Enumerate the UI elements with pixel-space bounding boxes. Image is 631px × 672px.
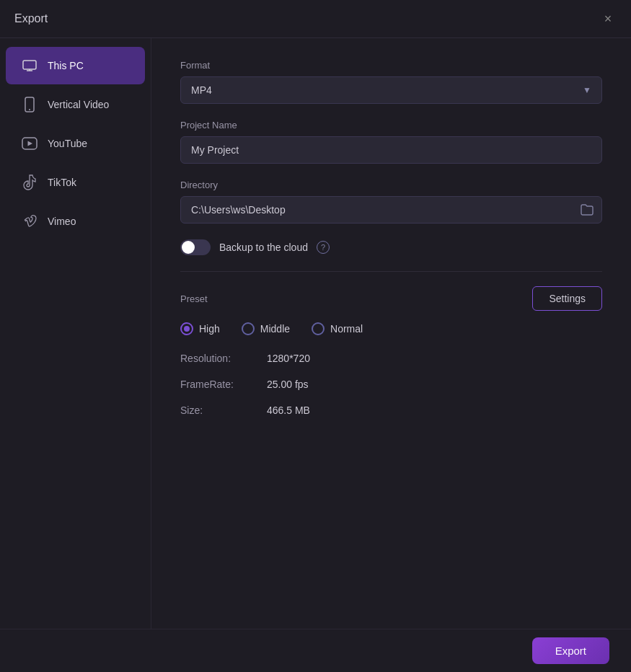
sidebar-item-vertical-video-label: Vertical Video [48, 99, 109, 110]
bottom-bar: Export [0, 629, 631, 672]
format-label: Format [180, 60, 602, 71]
svg-marker-6 [28, 141, 33, 146]
preset-header: Preset Settings [180, 286, 602, 311]
backup-label: Backup to the cloud [219, 242, 308, 253]
framerate-key: FrameRate: [180, 379, 267, 390]
radio-circle-middle [242, 322, 255, 335]
youtube-icon [20, 134, 39, 153]
backup-toggle-row: Backup to the cloud ? [180, 239, 602, 255]
main-layout: This PC Vertical Video [0, 38, 631, 629]
preset-radio-middle[interactable]: Middle [242, 322, 290, 335]
preset-label: Preset [180, 293, 208, 304]
project-name-section: Project Name [180, 120, 602, 164]
project-name-input[interactable] [180, 136, 602, 164]
export-window: Export × This PC [0, 0, 631, 672]
size-key: Size: [180, 404, 267, 416]
size-value: 466.5 MB [267, 404, 310, 416]
svg-rect-0 [23, 61, 36, 69]
phone-icon [20, 95, 39, 114]
format-dropdown[interactable]: MP4 ▼ [180, 76, 602, 104]
preset-radio-normal[interactable]: Normal [312, 322, 363, 335]
chevron-down-icon: ▼ [583, 85, 591, 95]
title-bar: Export × [0, 0, 631, 38]
directory-section: Directory [180, 180, 602, 224]
sidebar: This PC Vertical Video [0, 38, 151, 629]
toggle-knob [182, 241, 195, 254]
framerate-value: 25.00 fps [267, 379, 309, 390]
settings-button[interactable]: Settings [532, 286, 602, 311]
radio-inner-high [184, 326, 190, 332]
backup-toggle[interactable] [180, 239, 211, 255]
sidebar-item-youtube[interactable]: YouTube [6, 125, 145, 162]
pc-icon [20, 56, 39, 75]
resolution-key: Resolution: [180, 353, 267, 364]
preset-radio-high[interactable]: High [180, 322, 220, 335]
tiktok-icon [20, 173, 39, 192]
preset-middle-label: Middle [260, 323, 290, 335]
project-name-label: Project Name [180, 120, 602, 131]
help-icon[interactable]: ? [317, 241, 330, 254]
sidebar-item-vimeo-label: Vimeo [48, 216, 76, 227]
sidebar-item-vertical-video[interactable]: Vertical Video [6, 86, 145, 123]
content-area: Format MP4 ▼ Project Name Directory [151, 38, 631, 629]
vimeo-icon [20, 212, 39, 231]
divider [180, 271, 602, 272]
sidebar-item-tiktok[interactable]: TikTok [6, 164, 145, 201]
directory-input-wrapper [180, 196, 602, 224]
format-section: Format MP4 ▼ [180, 60, 602, 104]
size-row: Size: 466.5 MB [180, 404, 602, 416]
sidebar-item-youtube-label: YouTube [48, 138, 87, 149]
resolution-row: Resolution: 1280*720 [180, 353, 602, 364]
backup-section: Backup to the cloud ? [180, 239, 602, 255]
format-value: MP4 [191, 84, 212, 96]
directory-label: Directory [180, 180, 602, 190]
directory-input[interactable] [180, 196, 602, 224]
sidebar-item-vimeo[interactable]: Vimeo [6, 203, 145, 240]
framerate-row: FrameRate: 25.00 fps [180, 379, 602, 390]
radio-circle-normal [312, 322, 325, 335]
export-button[interactable]: Export [532, 637, 609, 664]
preset-radio-group: High Middle Normal [180, 322, 602, 335]
svg-point-4 [29, 109, 30, 110]
preset-high-label: High [199, 323, 220, 335]
folder-icon[interactable] [581, 204, 594, 216]
sidebar-item-this-pc-label: This PC [48, 60, 84, 71]
close-button[interactable]: × [599, 10, 617, 27]
sidebar-item-tiktok-label: TikTok [48, 177, 76, 188]
sidebar-item-this-pc[interactable]: This PC [6, 47, 145, 84]
preset-normal-label: Normal [330, 323, 363, 335]
resolution-value: 1280*720 [267, 353, 310, 364]
radio-circle-high [180, 322, 193, 335]
window-title: Export [14, 12, 48, 25]
